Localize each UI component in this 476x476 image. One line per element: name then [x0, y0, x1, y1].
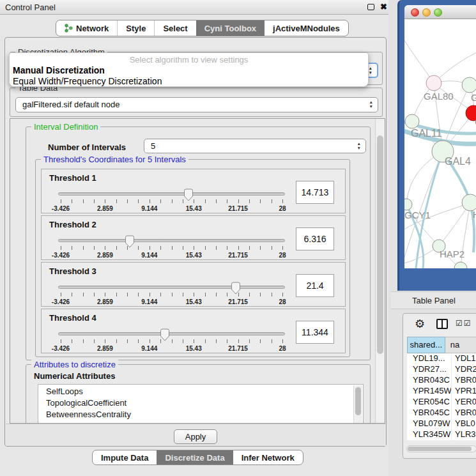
cell-name[interactable]: YDL1 — [452, 353, 476, 364]
network-node[interactable] — [405, 114, 419, 128]
table-row[interactable]: YBL079WYBL0 — [407, 418, 476, 429]
checkbox-icons[interactable]: ☑☑ — [456, 319, 472, 328]
cell-shared-name[interactable]: YER054C — [407, 397, 452, 408]
dropdown-option-equal-width[interactable]: Equal Width/Frequency Discretization — [13, 76, 367, 86]
scrollbar-thumb[interactable] — [408, 447, 472, 451]
cell-name[interactable]: YBR0 — [452, 375, 476, 386]
tick-mark — [72, 246, 72, 250]
tick-mark — [205, 199, 206, 203]
slider-track[interactable] — [58, 239, 285, 242]
tick-mark — [72, 293, 72, 296]
tick-mark — [138, 199, 139, 203]
tab-cyni-toolbox[interactable]: Cyni Toolbox — [196, 20, 265, 36]
attribute-list-item[interactable]: TopologicalCoefficient — [46, 397, 363, 409]
combo-stepper-icon: ▲▼ — [369, 66, 372, 75]
threshold-slider[interactable]: -3.4262.8599.14415.4321.71528 — [61, 282, 282, 307]
cell-shared-name[interactable]: YDR27... — [407, 364, 452, 375]
tab-style[interactable]: Style — [117, 20, 154, 36]
network-canvas[interactable]: GAL80GACGAL11GAL4GCY1HHAP2 — [404, 19, 476, 268]
slider-track[interactable] — [58, 332, 285, 335]
tab-jactivemnodules[interactable]: jActiveMNodules — [265, 20, 348, 36]
tab-infer-network[interactable]: Infer Network — [233, 450, 303, 464]
axis-tick-label: 21.715 — [228, 298, 248, 305]
table-rows: YDL19...YDL1YDR27...YDR2YBR043CYBR0YPR14… — [407, 353, 476, 440]
network-node-label: GAL4 — [445, 156, 471, 167]
threshold-slider[interactable]: -3.4262.8599.14415.4321.71528 — [61, 235, 282, 261]
tick-mark — [127, 293, 128, 296]
threshold-value-field[interactable]: 14.713 — [296, 181, 334, 204]
slider-thumb-icon[interactable] — [160, 328, 170, 341]
attribute-list-item[interactable]: BetweennessCentrality — [46, 409, 363, 420]
cell-name[interactable]: YER0 — [452, 397, 476, 408]
panel-scrollbar[interactable] — [375, 119, 385, 424]
tab-discretize-data[interactable]: Discretize Data — [157, 450, 233, 464]
network-node[interactable] — [404, 199, 412, 210]
axis-tick-label: 9.144 — [141, 205, 157, 212]
slider-track[interactable] — [58, 192, 285, 196]
network-window-titlebar[interactable] — [404, 5, 476, 19]
node-table: shared... na YDL19...YDL1YDR27...YDR2YBR… — [407, 337, 476, 440]
cell-shared-name[interactable]: YDL19... — [407, 353, 452, 364]
threshold-value-field[interactable]: 11.344 — [296, 321, 334, 344]
threshold-value-field[interactable]: 6.316 — [296, 227, 334, 250]
table-row[interactable]: YDR27...YDR2 — [407, 364, 476, 375]
threshold-value-field[interactable]: 21.4 — [296, 274, 334, 297]
threshold-slider[interactable]: -3.4262.8599.14415.4321.71528 — [61, 188, 282, 214]
threshold-slider[interactable]: -3.4262.8599.14415.4321.71528 — [61, 328, 282, 354]
num-intervals-combo[interactable]: 5 ▲▼ — [144, 139, 366, 153]
attribute-list-item[interactable]: SelfLoops — [46, 386, 363, 397]
table-row[interactable]: YER054CYER0 — [407, 397, 476, 408]
network-node[interactable] — [454, 262, 467, 268]
cell-shared-name[interactable]: YBL079W — [407, 418, 452, 429]
slider-thumb-icon[interactable] — [183, 188, 194, 201]
slider-axis-labels: -3.4262.8599.14415.4321.71528 — [61, 298, 282, 306]
network-node[interactable] — [426, 75, 441, 91]
cell-name[interactable]: YBR0 — [452, 408, 476, 418]
cell-shared-name[interactable]: YPR145W — [407, 386, 452, 397]
table-row[interactable]: YDL19...YDL1 — [407, 353, 476, 364]
columns-icon[interactable] — [436, 319, 448, 329]
combo-stepper-icon: ▲▼ — [357, 141, 361, 150]
tab-network[interactable]: Network — [56, 20, 117, 36]
cell-name[interactable]: YPR1 — [452, 386, 476, 397]
slider-thumb-icon[interactable] — [231, 282, 241, 295]
cell-name[interactable]: YDR2 — [452, 364, 476, 375]
table-row[interactable]: YBR043CYBR0 — [407, 375, 476, 386]
table-row[interactable]: YLR345WYLR3 — [407, 429, 476, 440]
tick-mark — [94, 246, 95, 250]
float-icon[interactable] — [367, 4, 374, 10]
slider-thumb-icon[interactable] — [125, 235, 135, 248]
close-traffic-light-icon[interactable] — [411, 8, 419, 17]
tick-mark — [282, 199, 283, 203]
scrollbar-thumb[interactable] — [377, 135, 383, 354]
column-header-name[interactable]: na — [445, 337, 476, 353]
tick-mark — [127, 339, 128, 343]
minimize-traffic-light-icon[interactable] — [422, 8, 431, 17]
apply-button[interactable]: Apply — [174, 429, 217, 444]
slider-track[interactable] — [58, 286, 285, 289]
cell-name[interactable]: YLR3 — [452, 429, 476, 440]
tick-mark — [194, 246, 194, 250]
table-data-combo[interactable]: galFiltered.sif default node ▲▼ — [15, 97, 378, 112]
table-row[interactable]: YBR045CYBR0 — [407, 408, 476, 418]
cell-shared-name[interactable]: YLR345W — [407, 429, 452, 440]
cell-shared-name[interactable]: YBR043C — [407, 375, 452, 386]
cell-name[interactable]: YBL0 — [452, 418, 476, 429]
column-header-shared-name[interactable]: shared... — [407, 337, 445, 353]
zoom-traffic-light-icon[interactable] — [434, 8, 442, 17]
scrollbar-thumb[interactable] — [355, 387, 361, 415]
tick-mark — [61, 199, 61, 203]
network-node[interactable] — [462, 77, 476, 93]
table-row[interactable]: YPR145WYPR1 — [407, 386, 476, 397]
tab-impute-data[interactable]: Impute Data — [93, 450, 157, 464]
gear-icon[interactable]: ⚙ — [415, 317, 425, 331]
list-scrollbar[interactable] — [353, 385, 362, 424]
tick-mark — [61, 246, 61, 250]
close-icon[interactable]: ✖ — [380, 2, 387, 12]
table-horizontal-scrollbar[interactable] — [406, 445, 476, 452]
tick-mark — [249, 339, 250, 343]
dropdown-option-manual-discretization[interactable]: Manual Discretization — [13, 65, 367, 75]
cell-shared-name[interactable]: YBR045C — [407, 408, 452, 418]
tab-select[interactable]: Select — [154, 20, 196, 36]
threshold-label: Threshold 4 — [49, 313, 96, 323]
